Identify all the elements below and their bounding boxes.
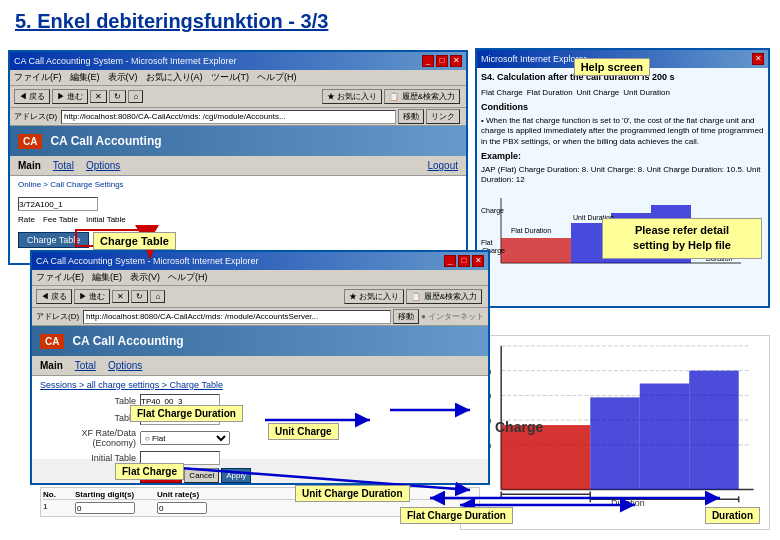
sub-breadcrumb: Sessions > all charge settings > Charge … — [40, 380, 480, 390]
history-button[interactable]: 📋 履歴&検索入力 — [384, 89, 460, 104]
main-browser-minimize[interactable]: _ — [422, 55, 434, 67]
sub-nav-main[interactable]: Main — [40, 360, 63, 371]
unit-charge-duration-label: Unit Charge Duration — [295, 485, 410, 502]
sub-browser-address-bar: アドレス(D) 移動 ● インターネット — [32, 308, 488, 326]
help-flat-dur: Flat Duration — [527, 88, 573, 98]
please-refer-text: Please refer detailsetting by Help file — [633, 224, 731, 251]
unit-charge-label: Unit Charge — [268, 423, 339, 440]
help-example-title: Example: — [481, 151, 764, 163]
table-input-main[interactable] — [18, 197, 98, 211]
ca-header: CA CA Call Accounting — [10, 126, 466, 156]
flat-charge-duration-bottom-label: Flat Charge Duration — [400, 507, 513, 524]
help-screen-label: Help screen — [574, 58, 650, 76]
slide-title: 5. Enkel debiteringsfunktion - 3/3 — [15, 10, 328, 33]
field-table-name-label: Table — [40, 413, 140, 423]
home-button[interactable]: ⌂ — [128, 90, 143, 103]
sub-stop-button[interactable]: ✕ — [112, 290, 129, 303]
sub-history-button[interactable]: 📋 履歴&検索入力 — [406, 289, 482, 304]
main-browser-titlebar: CA Call Accounting System - Microsoft In… — [10, 52, 466, 70]
help-browser-close[interactable]: ✕ — [752, 53, 764, 65]
sub-back-button[interactable]: ◀ 戻る — [36, 289, 72, 304]
sub-ca-header: CA CA Call Accounting — [32, 326, 488, 356]
help-unit-dur: Unit Duration — [623, 88, 670, 98]
favorites-button[interactable]: ★ お気に入り — [322, 89, 382, 104]
field-rate-label: XF Rate/Data (Economy) — [40, 428, 140, 448]
sub-nav-total[interactable]: Total — [75, 360, 96, 371]
sub-browser-window: CA Call Accounting System - Microsoft In… — [30, 250, 490, 485]
refresh-button[interactable]: ↻ — [109, 90, 126, 103]
sub-browser-minimize[interactable]: _ — [444, 255, 456, 267]
sub-forward-button[interactable]: ▶ 進む — [74, 289, 110, 304]
slide-container: 5. Enkel debiteringsfunktion - 3/3 Help … — [0, 0, 780, 540]
sub-address-label: アドレス(D) — [36, 311, 79, 322]
svg-rect-2 — [501, 238, 571, 263]
menu-help[interactable]: ヘルプ(H) — [257, 71, 297, 84]
main-browser-title: CA Call Accounting System - Microsoft In… — [14, 56, 420, 66]
sub-ca-nav: Main Total Options — [32, 356, 488, 376]
charge-table-label: Charge Table — [93, 232, 176, 250]
form-row-table-name: Table — [40, 411, 480, 425]
sub-favorites-button[interactable]: ★ お気に入り — [344, 289, 404, 304]
svg-rect-25 — [640, 384, 689, 490]
go-button[interactable]: 移動 — [398, 109, 424, 124]
charge-label: Charge — [495, 419, 543, 435]
fee-table-label: Fee Table — [43, 215, 78, 224]
svg-text:Flat: Flat — [481, 239, 493, 246]
form-row-initial: Initial Table — [40, 451, 480, 465]
sub-menu-file[interactable]: ファイル(E) — [36, 271, 84, 284]
sub-menu-edit[interactable]: 編集(E) — [92, 271, 122, 284]
back-button[interactable]: ◀ 戻る — [14, 89, 50, 104]
menu-favorites[interactable]: お気に入り(A) — [146, 71, 203, 84]
svg-rect-26 — [689, 371, 738, 490]
sub-menu-view[interactable]: 表示(V) — [130, 271, 160, 284]
sub-browser-title: CA Call Accounting System - Microsoft In… — [36, 256, 442, 266]
sub-address-input[interactable] — [83, 310, 391, 324]
menu-tools[interactable]: ツール(T) — [211, 71, 250, 84]
help-flat-charge: Flat Charge — [481, 88, 523, 98]
menu-file[interactable]: ファイル(F) — [14, 71, 62, 84]
sub-nav-options[interactable]: Options — [108, 360, 142, 371]
form-row-rate: XF Rate/Data (Economy) ○ Flat ○ Peak — [40, 428, 480, 448]
form-row-actions: ✕ Delete Cancel Apply — [40, 468, 480, 483]
internet-zone-label: ● インターネット — [421, 311, 484, 322]
svg-text:Flat Duration: Flat Duration — [511, 227, 551, 234]
sub-browser-maximize[interactable]: □ — [458, 255, 470, 267]
sub-go-button[interactable]: 移動 — [393, 309, 419, 324]
sub-menu-help[interactable]: ヘルプ(H) — [168, 271, 208, 284]
main-browser-close[interactable]: ✕ — [450, 55, 462, 67]
sub-ca-logo: CA — [40, 334, 64, 349]
sub-refresh-button[interactable]: ↻ — [131, 290, 148, 303]
please-refer-label: Please refer detailsetting by Help file — [602, 218, 762, 259]
links-button[interactable]: リンク — [426, 109, 460, 124]
sub-browser-menubar: ファイル(E) 編集(E) 表示(V) ヘルプ(H) — [32, 270, 488, 286]
forward-button[interactable]: ▶ 進む — [52, 89, 88, 104]
cell-rate-1[interactable] — [157, 502, 207, 514]
menu-view[interactable]: 表示(V) — [108, 71, 138, 84]
sub-home-button[interactable]: ⌂ — [150, 290, 165, 303]
col-unit-rate: Unit rate(s) — [157, 490, 217, 499]
stop-button[interactable]: ✕ — [90, 90, 107, 103]
table-header: No. Starting digit(s) Unit rate(s) — [43, 490, 477, 500]
help-screen-window: Microsoft Internet Explorer ✕ S4. Calcul… — [475, 48, 770, 308]
nav-total[interactable]: Total — [53, 160, 74, 171]
cell-no-1: 1 — [43, 502, 73, 514]
sub-browser-close[interactable]: ✕ — [472, 255, 484, 267]
col-starting: Starting digit(s) — [75, 490, 155, 499]
nav-options[interactable]: Options — [86, 160, 120, 171]
field-rate-select[interactable]: ○ Flat ○ Peak — [140, 431, 230, 445]
cancel-button[interactable]: Cancel — [184, 468, 219, 483]
nav-main[interactable]: Main — [18, 160, 41, 171]
sub-dialog-content: Sessions > all charge settings > Charge … — [32, 376, 488, 459]
svg-rect-24 — [590, 397, 639, 489]
ca-logo: CA — [18, 134, 42, 149]
nav-logout[interactable]: Logout — [427, 160, 458, 171]
ca-app-title: CA Call Accounting — [50, 134, 161, 148]
sub-browser-toolbar: ◀ 戻る ▶ 進む ✕ ↻ ⌂ ★ お気に入り 📋 履歴&検索入力 — [32, 286, 488, 308]
cell-start-1[interactable] — [75, 502, 135, 514]
address-input[interactable] — [61, 110, 396, 124]
apply-button[interactable]: Apply — [221, 468, 251, 483]
menu-edit[interactable]: 編集(E) — [70, 71, 100, 84]
help-unit-charge: Unit Charge — [577, 88, 620, 98]
main-browser-maximize[interactable]: □ — [436, 55, 448, 67]
col-no: No. — [43, 490, 73, 499]
